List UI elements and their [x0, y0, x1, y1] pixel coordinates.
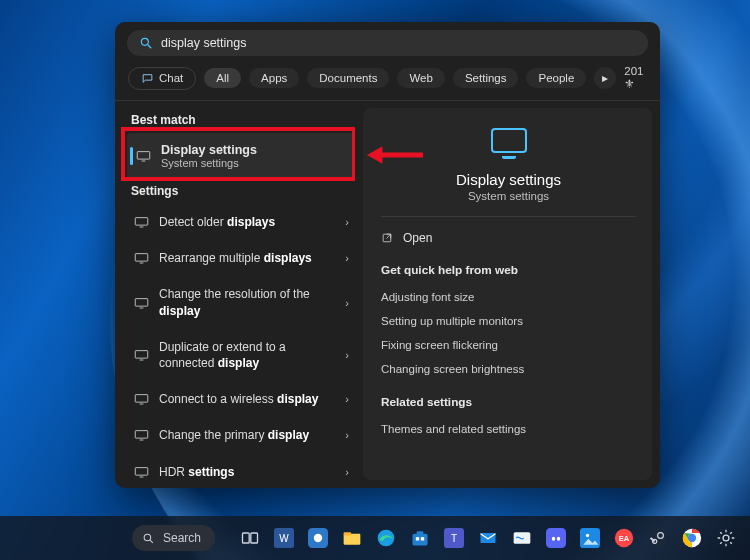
chevron-right-icon: › — [345, 349, 349, 361]
teams-icon[interactable]: T — [441, 525, 467, 551]
filter-bar: Chat All Apps Documents Web Settings Peo… — [115, 56, 660, 101]
filter-documents[interactable]: Documents — [307, 68, 389, 88]
file-explorer-icon[interactable] — [339, 525, 365, 551]
edge-icon[interactable] — [373, 525, 399, 551]
svg-text:T: T — [451, 533, 457, 544]
display-icon — [133, 391, 149, 407]
filter-all[interactable]: All — [204, 68, 241, 88]
quick-help-header: Get quick help from web — [381, 263, 636, 277]
svg-rect-36 — [417, 531, 424, 534]
svg-rect-35 — [413, 534, 428, 546]
display-icon — [135, 148, 151, 164]
settings-row-label: Rearrange multiple displays — [159, 250, 335, 266]
settings-row[interactable]: Detect older displays› — [127, 204, 355, 240]
related-settings-link[interactable]: Themes and related settings — [381, 417, 636, 441]
chrome-icon[interactable] — [679, 525, 705, 551]
settings-row-label: HDR settings — [159, 464, 335, 480]
settings-icon[interactable] — [713, 525, 739, 551]
best-match-item[interactable]: Display settings System settings — [127, 133, 355, 179]
settings-row[interactable]: HDR settings› — [127, 454, 355, 489]
settings-row-label: Change the resolution of the display — [159, 286, 335, 318]
display-icon-large — [381, 128, 636, 159]
svg-rect-41 — [481, 533, 496, 543]
filter-people[interactable]: People — [526, 68, 586, 88]
search-icon — [142, 532, 155, 545]
photos-icon[interactable] — [577, 525, 603, 551]
settings-row-label: Connect to a wireless display — [159, 391, 335, 407]
svg-point-55 — [688, 534, 696, 542]
svg-point-24 — [144, 534, 151, 541]
settings-row[interactable]: Connect to a wireless display› — [127, 381, 355, 417]
svg-line-1 — [148, 45, 152, 49]
start-button[interactable] — [120, 523, 122, 553]
svg-rect-43 — [546, 528, 566, 548]
store-icon[interactable] — [407, 525, 433, 551]
settings-row[interactable]: Duplicate or extend to a connected displ… — [127, 329, 355, 381]
filter-apps[interactable]: Apps — [249, 68, 299, 88]
quick-help-link[interactable]: Changing screen brightness — [381, 357, 636, 381]
rewards-points[interactable]: 201 ⚜ — [624, 65, 652, 91]
svg-point-44 — [552, 537, 555, 541]
best-match-header: Best match — [127, 108, 355, 133]
svg-rect-37 — [416, 537, 419, 540]
discord-icon[interactable] — [543, 525, 569, 551]
details-pane: Display settings System settings Open Ge… — [363, 108, 652, 480]
search-input[interactable] — [161, 36, 636, 50]
filter-chat[interactable]: Chat — [128, 67, 196, 90]
filter-web[interactable]: Web — [397, 68, 444, 88]
filter-settings[interactable]: Settings — [453, 68, 519, 88]
divider — [381, 216, 636, 217]
svg-rect-10 — [135, 351, 148, 359]
chevron-right-icon: › — [345, 252, 349, 264]
svg-point-31 — [314, 534, 322, 542]
svg-rect-33 — [344, 532, 352, 535]
svg-line-25 — [150, 540, 153, 543]
selection-indicator — [130, 147, 133, 165]
svg-text:EA: EA — [619, 534, 630, 543]
whiteboard-icon[interactable] — [509, 525, 535, 551]
chevron-right-icon: › — [345, 429, 349, 441]
svg-rect-26 — [243, 533, 250, 543]
svg-rect-27 — [251, 533, 258, 543]
settings-row-label: Duplicate or extend to a connected displ… — [159, 339, 335, 371]
search-bar[interactable] — [127, 30, 648, 56]
camera-icon[interactable] — [305, 525, 331, 551]
settings-row[interactable]: Rearrange multiple displays› — [127, 240, 355, 276]
word-icon[interactable]: W — [271, 525, 297, 551]
display-icon — [133, 347, 149, 363]
task-view-icon[interactable] — [237, 525, 263, 551]
svg-point-56 — [723, 535, 729, 541]
svg-point-45 — [557, 537, 560, 541]
display-icon — [133, 214, 149, 230]
svg-rect-38 — [421, 537, 424, 540]
mail-icon[interactable] — [475, 525, 501, 551]
svg-point-47 — [586, 534, 589, 537]
chevron-right-icon: › — [345, 393, 349, 405]
quick-help-link[interactable]: Adjusting font size — [381, 285, 636, 309]
ea-icon[interactable]: EA — [611, 525, 637, 551]
chevron-right-icon: › — [345, 216, 349, 228]
taskbar-icons: W T EA — [237, 525, 739, 551]
svg-rect-12 — [135, 395, 148, 403]
settings-row[interactable]: Change the resolution of the display› — [127, 276, 355, 328]
svg-rect-8 — [135, 298, 148, 306]
related-settings-header: Related settings — [381, 395, 636, 409]
open-icon — [381, 232, 394, 245]
svg-line-21 — [386, 234, 390, 238]
details-subtitle: System settings — [381, 190, 636, 202]
settings-row[interactable]: Change the primary display› — [127, 417, 355, 453]
search-icon — [139, 36, 153, 50]
svg-rect-14 — [135, 431, 148, 439]
taskbar-search-placeholder: Search — [163, 531, 201, 545]
svg-text:W: W — [279, 533, 289, 544]
display-icon — [133, 295, 149, 311]
settings-header: Settings — [127, 179, 355, 204]
results-left: Best match Display settings System setti… — [115, 101, 355, 488]
quick-help-link[interactable]: Fixing screen flickering — [381, 333, 636, 357]
open-action[interactable]: Open — [381, 227, 636, 249]
steam-icon[interactable] — [645, 525, 671, 551]
taskbar-search[interactable]: Search — [132, 525, 215, 551]
filter-more[interactable]: ▸ — [594, 67, 616, 89]
quick-help-link[interactable]: Setting up multiple monitors — [381, 309, 636, 333]
svg-rect-6 — [135, 254, 148, 262]
